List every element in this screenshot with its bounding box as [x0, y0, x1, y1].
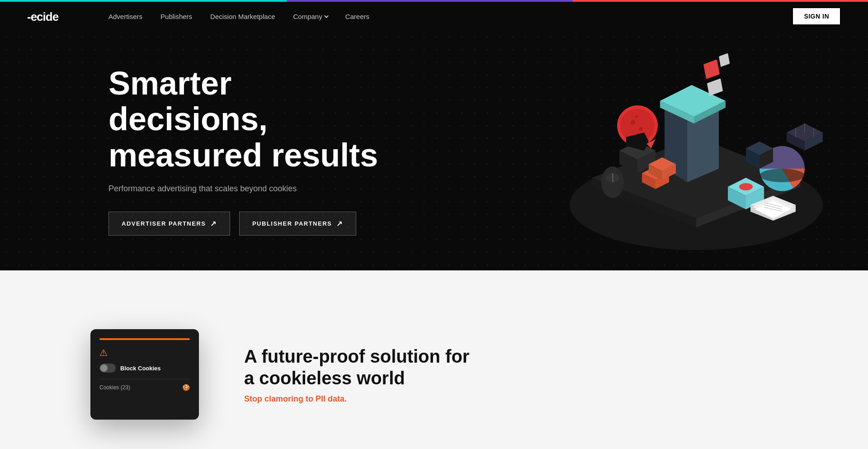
- svg-point-28: [760, 169, 805, 182]
- block-cookies-row: Block Cookies: [99, 364, 190, 373]
- block-cookies-label: Block Cookies: [120, 365, 161, 372]
- svg-text:-ecide: -ecide: [27, 10, 59, 24]
- hero-buttons: ADVERTISER PARTNERS ↗ PUBLISHER PARTNERS…: [108, 212, 380, 236]
- hero-subtitle: Performance advertising that scales beyo…: [108, 184, 380, 194]
- hero-content: Smarter decisions, measured results Perf…: [108, 66, 380, 236]
- arrow-icon: ↗: [210, 219, 217, 228]
- svg-rect-11: [703, 59, 720, 79]
- hero-section: Smarter decisions, measured results Perf…: [0, 31, 868, 270]
- hero-illustration: [547, 42, 841, 259]
- svg-point-17: [639, 127, 643, 131]
- nav-careers[interactable]: Careers: [345, 13, 369, 20]
- nav-publishers[interactable]: Publishers: [160, 13, 192, 20]
- nav-links: Advertisers Publishers Decision Marketpl…: [108, 13, 792, 20]
- nav-company[interactable]: Company: [293, 13, 327, 20]
- svg-point-16: [631, 120, 635, 125]
- logo[interactable]: -ecide: [27, 9, 81, 24]
- publisher-partners-button[interactable]: PUBLISHER PARTNERS ↗: [239, 212, 356, 236]
- section-cookieless: ⚠ Block Cookies Cookies (23) 🍪 A future-…: [0, 270, 868, 449]
- section-text: A future-proof solution fora cookieless …: [244, 345, 778, 404]
- mockup-warning-bar: [99, 338, 190, 340]
- sign-in-button[interactable]: SIGN IN: [792, 7, 841, 25]
- nav-advertisers[interactable]: Advertisers: [108, 13, 142, 20]
- logo-svg: -ecide: [27, 9, 81, 24]
- mockup-divider: [99, 379, 190, 379]
- hero-title: Smarter decisions, measured results: [108, 66, 380, 173]
- section-heading: A future-proof solution fora cookieless …: [244, 345, 778, 389]
- svg-point-18: [635, 115, 638, 118]
- svg-point-32: [739, 183, 753, 190]
- cookies-count-label: Cookies (23): [99, 384, 130, 391]
- svg-rect-13: [707, 78, 723, 96]
- arrow-icon: ↗: [336, 219, 343, 228]
- advertiser-partners-button[interactable]: ADVERTISER PARTNERS ↗: [108, 212, 230, 236]
- cookies-row: Cookies (23) 🍪: [99, 384, 190, 391]
- nav-decision-marketplace[interactable]: Decision Marketplace: [210, 13, 275, 20]
- iso-scene-svg: [547, 42, 841, 259]
- chevron-down-icon: [324, 14, 329, 18]
- warning-icon: ⚠: [99, 347, 190, 358]
- svg-rect-43: [612, 173, 613, 182]
- navbar: -ecide Advertisers Publishers Decision M…: [0, 2, 868, 31]
- cookie-icon: 🍪: [182, 384, 190, 391]
- svg-rect-12: [719, 53, 730, 67]
- cookie-mockup: ⚠ Block Cookies Cookies (23) 🍪: [90, 329, 199, 420]
- section-highlight: Stop clamoring to PII data.: [244, 394, 778, 404]
- toggle-switch[interactable]: [99, 364, 116, 373]
